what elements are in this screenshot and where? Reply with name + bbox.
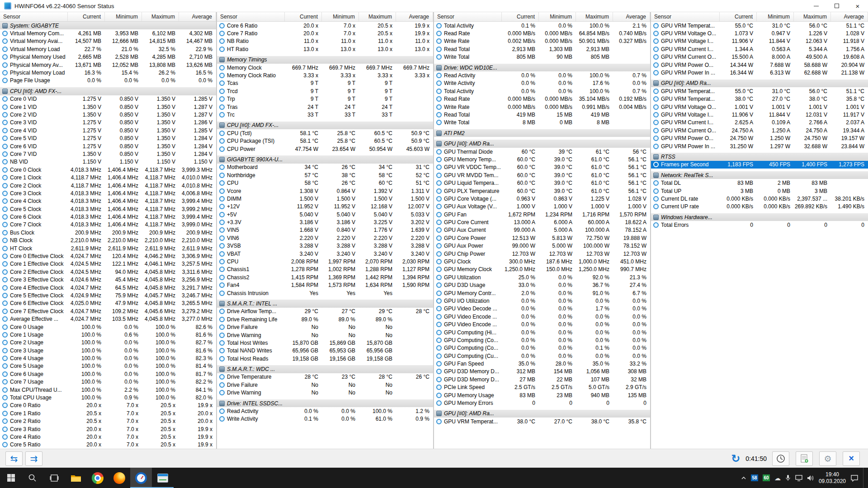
column-header-current[interactable]: Current [68, 12, 105, 21]
nav-back-button[interactable]: ⇆ [5, 451, 23, 466]
sensor-row[interactable]: Core 6 Usage100.0 %0.0 %100.0 %81.7 % [0, 370, 216, 378]
sensor-row[interactable]: HT Ratio13.0 x13.0 x13.0 x13.0 x [217, 45, 433, 53]
sensor-row[interactable]: GPU Clock300.0 MHz187.6 MHz1,000.0 MHz45… [434, 258, 650, 265]
sensor-row[interactable]: +12V11.952 V11.952 V12.168 V12.007 V [217, 203, 433, 211]
sensor-row[interactable]: +5V5.040 V5.040 V5.040 V5.033 V [217, 211, 433, 218]
sensor-row[interactable]: GPU VRM Temperat...38.0 °C27.0 °C38.0 °C… [651, 95, 868, 103]
column-header-maximum[interactable]: Maximum [359, 12, 396, 21]
sensor-group-header[interactable]: Drive: WDC WD10E... [434, 64, 650, 71]
sensor-row[interactable]: VIN62.220 V2.220 V2.220 V2.220 V [217, 234, 433, 242]
sensor-group-header[interactable]: RTSS [651, 153, 868, 160]
taskbar-clock[interactable]: 19:40 09.03.2020 [819, 471, 846, 485]
sensor-row[interactable]: Total Host Reads19,158 GB19,156 GB19,158… [217, 355, 433, 362]
sensor-row[interactable]: Northbridge57 °C38 °C58 °C52 °C [217, 171, 433, 179]
column-header-current[interactable]: Current [502, 12, 539, 21]
settings-button[interactable]: ⚙ [819, 451, 836, 466]
sensor-row[interactable]: Drive FailureNoNoNo [217, 381, 433, 389]
sensor-row[interactable]: GPU Fan Speed35.0 %28.0 %35.0 %33.2 % [434, 360, 650, 367]
sensor-row[interactable]: Virtual Memory Load22.7 %21.0 %32.5 %22.… [0, 45, 216, 53]
sensor-row[interactable]: GPU VRM Power In ...31.250 W1.297 W32.68… [651, 142, 868, 150]
sensor-group-header[interactable]: GIGABYTE 990XA-U... [217, 155, 433, 163]
sensor-row[interactable]: Core 0 Effective Clock4,024.7 MHz120.4 M… [0, 252, 216, 260]
sensor-group-header[interactable]: S.M.A.R.T.: INTEL ... [217, 300, 433, 307]
cloud-icon[interactable]: ☁ [774, 474, 781, 482]
file-explorer-button[interactable] [65, 468, 87, 488]
sensor-row[interactable]: GPU VRM Temperat...38.0 °C27.0 °C38.0 °C… [434, 418, 650, 425]
sensor-row[interactable]: Read Total419 MB15 MB419 MB [434, 111, 650, 118]
sensor-row[interactable]: Core 2 Effective Clock4,024.5 MHz94.0 MH… [0, 268, 216, 276]
sensor-row[interactable]: GPU Computing (Co...0.0 %0.0 %0.0 %0.0 % [434, 336, 650, 344]
sensor-row[interactable]: VIN51.668 V0.840 V1.776 V1.639 V [217, 226, 433, 234]
sensor-row[interactable]: VBAT3.240 V3.240 V3.240 V3.240 V [217, 250, 433, 258]
sensor-row[interactable]: GPU Memory Clock1,250.0 MHz150.0 MHz1,25… [434, 266, 650, 273]
sensor-row[interactable]: Write Rate0.002 MB/s0.000 MB/s50.901 MB/… [434, 38, 650, 45]
sensor-row[interactable]: GPU Memory Errors0000 [434, 399, 650, 407]
sensor-row[interactable]: Core 3 VID1.275 V0.850 V1.350 V1.286 V [0, 119, 216, 127]
sensor-row[interactable]: Drive WarningNoNoNo [217, 389, 433, 397]
sensor-row[interactable]: Core 0 VID1.275 V0.850 V1.350 V1.285 V [0, 95, 216, 103]
sensor-row[interactable]: GPU Fan1,672 RPM1,234 RPM1,716 RPM1,570 … [434, 211, 650, 218]
sensor-row[interactable]: Current DL rate0.000 KB/s0.000 KB/s2,397… [651, 195, 868, 202]
sensor-row[interactable]: GPU VRM Current O...24.750 A1.250 A24.75… [651, 127, 868, 134]
sensor-row[interactable]: GPU D3D Usage33.0 %0.0 %36.7 %27.4 % [434, 282, 650, 289]
sensor-row[interactable]: Read Activity0.0 %0.0 %100.0 %1.2 % [217, 407, 433, 415]
sensor-row[interactable]: Core 1 Clock4,118.7 MHz1,406.4 MHz4,118.… [0, 174, 216, 181]
sensor-row[interactable]: GPU Aux Power99.000 W5.000 W100.000 W78.… [434, 242, 650, 250]
sensor-row[interactable]: CPU Power47.754 W23.654 W50.954 W45.603 … [217, 145, 433, 153]
sensor-row[interactable]: Trp9 T9 T9 T [217, 95, 433, 103]
sensor-group-header[interactable]: ATI PM2 [434, 129, 650, 137]
sensor-row[interactable]: Read Total2,913 MB1,303 MB2,913 MB [434, 45, 650, 53]
tray-temp-badge-green[interactable]: 60 [763, 474, 770, 481]
sensor-row[interactable]: GPU Computing (Hi...0.0 %0.0 %0.0 %0.0 % [434, 328, 650, 336]
sensor-row[interactable]: Core 5 VID1.275 V0.850 V1.350 V1.284 V [0, 134, 216, 142]
sensor-row[interactable]: Drive Remaining Life89.0 %89.0 %89.0 % [217, 315, 433, 323]
sensor-row[interactable]: GPU VRM Current I...1.344 A0.563 A5.344 … [651, 45, 868, 53]
column-header-minimum[interactable]: Minimum [105, 12, 142, 21]
show-desktop-button[interactable] [863, 468, 865, 488]
start-button[interactable] [0, 468, 22, 488]
sensor-row[interactable]: Core 2 Usage100.0 %0.0 %100.0 %82.7 % [0, 339, 216, 347]
sensor-row[interactable]: NB Ratio11.0 x11.0 x11.0 x11.0 x [217, 38, 433, 45]
sensor-row[interactable]: Core 6 Effective Clock4,025.0 MHz47.9 MH… [0, 300, 216, 307]
sensor-row[interactable]: GPU Liquid Tempera...60.0 °C39.0 °C61.0 … [434, 179, 650, 187]
report-button[interactable] [796, 451, 813, 466]
sensor-row[interactable]: Core 2 Ratio20.5 x7.0 x20.5 x20.0 x [0, 418, 216, 425]
sensor-row[interactable]: Total CPU Usage100.0 %0.9 %100.0 %82.0 % [0, 394, 216, 401]
sensor-row[interactable]: Total Activity0.0 %0.0 %100.0 %0.7 % [434, 87, 650, 95]
sensor-row[interactable]: Core 1 Ratio20.5 x7.0 x20.5 x20.0 x [0, 409, 216, 417]
sensor-row[interactable]: Core 2 Clock4,118.7 MHz1,406.4 MHz4,118.… [0, 182, 216, 189]
sensor-row[interactable]: Total NAND Writes65,956 GB65,953 GB65,95… [217, 347, 433, 355]
display-icon[interactable] [795, 475, 802, 481]
sensor-row[interactable]: Chassis11,278 RPM1,002 RPM1,288 RPM1,127… [217, 266, 433, 273]
sensor-row[interactable]: Write Rate0.000 MB/s0.000 MB/s0.991 MB/s… [434, 103, 650, 111]
firefox-button[interactable] [108, 468, 130, 488]
sensor-row[interactable]: Core 7 VID1.350 V0.850 V1.350 V1.284 V [0, 150, 216, 158]
sensor-row[interactable]: CPU2,008 RPM1,997 RPM2,070 RPM2,030 RPM [217, 258, 433, 265]
microphone-icon[interactable] [785, 474, 791, 482]
sensor-row[interactable]: Memory Clock669.7 MHz669.7 MHz669.7 MHz6… [217, 64, 433, 71]
sensor-row[interactable]: +3.3V3.186 V3.186 V3.225 V3.202 V [217, 218, 433, 226]
sensor-row[interactable]: Drive FailureNoNoNo [217, 323, 433, 331]
sensor-row[interactable]: Write Total8 MB0 MB8 MB [434, 119, 650, 127]
sensor-group-header[interactable]: System: GIGABYTE [0, 22, 216, 29]
sensor-row[interactable]: GPU D3D Memory D...27 MB22 MB107 MB32 MB [434, 375, 650, 383]
sensor-row[interactable]: Tcas9 T9 T9 T [217, 80, 433, 87]
sensor-row[interactable]: Vcore1.308 V0.864 V1.392 V1.311 V [217, 187, 433, 195]
sensor-row[interactable]: Read Rate0.000 MB/s0.000 MB/s64.854 MB/s… [434, 29, 650, 37]
sensor-row[interactable]: Drive WarningNoNoNo [217, 331, 433, 339]
column-header-sensor[interactable]: Sensor [651, 12, 720, 21]
sensor-row[interactable]: Page File Usage0.0 %0.0 %0.0 %0.0 % [0, 77, 216, 84]
sensor-row[interactable]: Core 5 Clock4,018.3 MHz1,406.4 MHz4,118.… [0, 205, 216, 213]
sensor-group-header[interactable]: GPU [#0]: AMD Ra... [434, 140, 650, 147]
sensor-row[interactable]: Core 7 Ratio20.0 x7.0 x20.5 x19.9 x [217, 29, 433, 37]
sensor-row[interactable]: Drive Airflow Temp...29 °C27 °C29 °C28 °… [217, 308, 433, 315]
sensor-row[interactable]: GPU I/O Utilization0.0 %0.0 %0.0 %0.0 % [434, 297, 650, 305]
sensor-row[interactable]: Core 7 Effective Clock4,024.7 MHz109.2 M… [0, 307, 216, 315]
sensor-status-taskbar-button[interactable] [152, 468, 174, 488]
sensor-row[interactable]: Write Activity0.0 %0.0 %17.6 %0.0 % [434, 80, 650, 87]
sensor-row[interactable]: Core 7 Clock4,018.3 MHz1,406.4 MHz4,118.… [0, 221, 216, 229]
sensor-row[interactable]: GPU Aux Voltage (V...1.000 V1.000 V1.000… [434, 203, 650, 211]
sensor-row[interactable]: Write Activity0.1 %0.0 %61.0 %0.9 % [217, 415, 433, 423]
column-header-sensor[interactable]: Sensor [217, 12, 285, 21]
nav-forward-button[interactable]: ⇉ [25, 451, 42, 466]
